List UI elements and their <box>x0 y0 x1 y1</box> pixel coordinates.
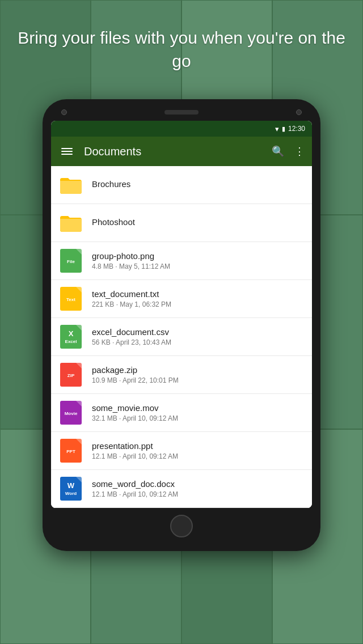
file-info: some_word_doc.docx 12.1 MB · April 10, 0… <box>92 479 304 498</box>
file-icon-txt: Text <box>59 287 83 311</box>
file-info: Brochures <box>92 179 304 190</box>
list-item[interactable]: ZIP package.zip 10.9 MB · April 22, 10:0… <box>51 356 312 394</box>
menu-line <box>61 154 73 155</box>
file-info: text_document.txt 221 KB · May 1, 06:32 … <box>92 289 304 308</box>
hero-section: Bring your files with you when you're on… <box>0 0 363 99</box>
app-toolbar: Documents 🔍 ⋮ <box>51 137 312 166</box>
folder-icon-photoshoot <box>59 211 83 235</box>
file-meta: 56 KB · April 23, 10:43 AM <box>92 338 304 346</box>
file-icon-zip: ZIP <box>59 363 83 387</box>
file-icon-png: File <box>59 249 83 273</box>
list-item[interactable]: Text text_document.txt 221 KB · May 1, 0… <box>51 280 312 318</box>
file-icon-ppt: PPT <box>59 439 83 463</box>
file-meta: 10.9 MB · April 22, 10:01 PM <box>92 376 304 384</box>
phone-sensor <box>296 109 302 115</box>
file-name: some_word_doc.docx <box>92 479 304 489</box>
status-bar: ▾ ▮ 12:30 <box>51 121 312 137</box>
list-item[interactable]: PPT presentation.ppt 12.1 MB · April 10,… <box>51 432 312 470</box>
list-item[interactable]: Brochures <box>51 166 312 204</box>
file-meta: 12.1 MB · April 10, 09:12 AM <box>92 452 304 460</box>
list-item[interactable]: File group-photo.png 4.8 MB · May 5, 11:… <box>51 242 312 280</box>
toolbar-title: Documents <box>84 145 263 158</box>
search-icon[interactable]: 🔍 <box>272 145 284 158</box>
battery-icon: ▮ <box>282 125 285 133</box>
file-info: group-photo.png 4.8 MB · May 5, 11:12 AM <box>92 251 304 270</box>
home-button[interactable] <box>170 515 193 537</box>
phone-screen: ▾ ▮ 12:30 Documents 🔍 ⋮ <box>51 121 312 508</box>
file-name: presentation.ppt <box>92 441 304 451</box>
wifi-icon: ▾ <box>275 125 279 133</box>
phone-top-bar <box>51 109 312 121</box>
more-options-icon[interactable]: ⋮ <box>294 145 304 158</box>
file-info: some_movie.mov 32.1 MB · April 10, 09:12… <box>92 403 304 422</box>
file-icon-docx: W Word <box>59 477 83 501</box>
time-display: 12:30 <box>288 125 305 133</box>
file-icon-csv: X Excel <box>59 325 83 349</box>
file-icon-mov: Movie <box>59 401 83 425</box>
file-list: Brochures Photoshoot <box>51 166 312 508</box>
menu-line <box>61 151 73 152</box>
hero-text: Bring your files with you when you're on… <box>0 15 363 84</box>
phone-outer: ▾ ▮ 12:30 Documents 🔍 ⋮ <box>43 99 320 551</box>
file-name: some_movie.mov <box>92 403 304 413</box>
toolbar-actions: 🔍 ⋮ <box>272 145 304 158</box>
list-item[interactable]: X Excel excel_document.csv 56 KB · April… <box>51 318 312 356</box>
status-icons: ▾ ▮ 12:30 <box>275 125 305 133</box>
file-name: excel_document.csv <box>92 327 304 337</box>
phone-camera <box>61 109 67 115</box>
file-info: package.zip 10.9 MB · April 22, 10:01 PM <box>92 365 304 384</box>
file-name: package.zip <box>92 365 304 375</box>
file-name: Photoshoot <box>92 217 304 227</box>
file-info: presentation.ppt 12.1 MB · April 10, 09:… <box>92 441 304 460</box>
file-name: text_document.txt <box>92 289 304 299</box>
phone-device: ▾ ▮ 12:30 Documents 🔍 ⋮ <box>43 99 320 551</box>
file-info: excel_document.csv 56 KB · April 23, 10:… <box>92 327 304 346</box>
folder-icon-brochures <box>59 173 83 197</box>
file-name: group-photo.png <box>92 251 304 261</box>
file-meta: 221 KB · May 1, 06:32 PM <box>92 300 304 308</box>
menu-button[interactable] <box>59 146 75 157</box>
phone-bottom <box>51 508 312 541</box>
file-name: Brochures <box>92 179 304 189</box>
list-item[interactable]: Movie some_movie.mov 32.1 MB · April 10,… <box>51 394 312 432</box>
list-item[interactable]: W Word some_word_doc.docx 12.1 MB · Apri… <box>51 470 312 508</box>
file-meta: 32.1 MB · April 10, 09:12 AM <box>92 414 304 422</box>
phone-speaker <box>164 110 199 115</box>
file-info: Photoshoot <box>92 217 304 228</box>
menu-line <box>61 148 73 149</box>
list-item[interactable]: Photoshoot <box>51 204 312 242</box>
file-meta: 12.1 MB · April 10, 09:12 AM <box>92 490 304 498</box>
file-meta: 4.8 MB · May 5, 11:12 AM <box>92 262 304 270</box>
